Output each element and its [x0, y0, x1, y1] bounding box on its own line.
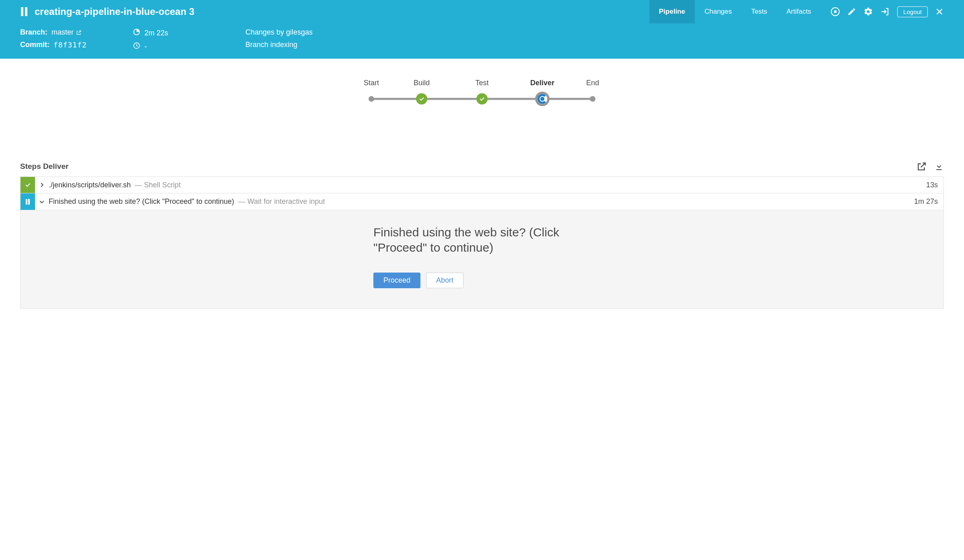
download-icon[interactable]: [934, 161, 944, 172]
node-success-icon: [476, 93, 488, 105]
stop-icon[interactable]: [830, 7, 840, 16]
exit-icon[interactable]: [880, 7, 890, 16]
stage-test[interactable]: Test: [452, 79, 512, 105]
step-body: Finished using the web site? (Click "Pro…: [20, 210, 944, 309]
step-command: Finished using the web site? (Click "Pro…: [49, 197, 234, 206]
duration-icon: [133, 28, 140, 38]
svg-rect-6: [26, 199, 27, 205]
page-title: creating-a-pipeline-in-blue-ocean 3: [35, 6, 194, 17]
stage-label: End: [586, 79, 599, 87]
title-wrap: creating-a-pipeline-in-blue-ocean 3: [20, 6, 649, 17]
step-status-success-icon: [21, 177, 35, 193]
svg-rect-1: [25, 7, 27, 16]
stage-label: Deliver: [530, 79, 554, 87]
step-status-paused-icon: [21, 193, 35, 210]
gear-icon[interactable]: [863, 7, 873, 16]
header-actions: Logout: [830, 6, 944, 17]
step-row[interactable]: Finished using the web site? (Click "Pro…: [20, 193, 944, 210]
header-top: creating-a-pipeline-in-blue-ocean 3 Pipe…: [0, 0, 964, 23]
stage-label: Test: [475, 79, 488, 87]
logout-button[interactable]: Logout: [897, 6, 928, 17]
svg-rect-0: [21, 7, 23, 16]
commit-value: f8f31f2: [54, 41, 87, 49]
svg-rect-7: [28, 199, 30, 205]
chevron-right-icon[interactable]: [35, 182, 49, 188]
tab-artifacts[interactable]: Artifacts: [777, 0, 821, 23]
stage-end[interactable]: End: [573, 79, 613, 105]
stage-start[interactable]: Start: [351, 79, 391, 105]
stage-build[interactable]: Build: [391, 79, 452, 105]
header-meta: Branch: master Commit: f8f31f2 2m 22s: [0, 23, 964, 59]
chevron-down-icon[interactable]: [35, 199, 49, 205]
steps-section: Steps Deliver ./jenkins/scripts/deliver.…: [0, 161, 964, 325]
close-icon[interactable]: [935, 7, 944, 16]
clock-icon: [133, 42, 140, 51]
cause: Branch indexing: [245, 41, 297, 49]
node-running-icon: [535, 92, 550, 106]
node-dot-icon: [590, 96, 595, 102]
changes-by: Changes by gilesgas: [245, 28, 313, 37]
duration-value: 2m 22s: [144, 29, 168, 37]
commit-label: Commit:: [20, 41, 49, 49]
svg-rect-3: [834, 10, 836, 13]
branch-value: master: [51, 28, 74, 37]
proceed-button[interactable]: Proceed: [373, 273, 420, 288]
pipeline: Start Build Test Deliver: [351, 79, 613, 105]
step-command: ./jenkins/scripts/deliver.sh: [49, 181, 131, 189]
pause-icon: [20, 7, 28, 16]
header: creating-a-pipeline-in-blue-ocean 3 Pipe…: [0, 0, 964, 59]
edit-icon[interactable]: [847, 7, 856, 16]
step-type: — Wait for interactive input: [238, 197, 325, 206]
tab-tests[interactable]: Tests: [742, 0, 777, 23]
stage-deliver[interactable]: Deliver: [512, 79, 573, 105]
tabs: Pipeline Changes Tests Artifacts: [649, 0, 821, 23]
abort-button[interactable]: Abort: [426, 273, 463, 288]
time-value: -: [144, 43, 147, 51]
stage-label: Start: [364, 79, 379, 87]
step-duration: 13s: [921, 181, 943, 189]
input-message: Finished using the web site? (Click "Pro…: [373, 225, 591, 255]
tab-pipeline[interactable]: Pipeline: [649, 0, 695, 23]
steps-heading: Steps Deliver: [20, 162, 68, 171]
step-row[interactable]: ./jenkins/scripts/deliver.sh — Shell Scr…: [20, 176, 944, 193]
open-external-icon[interactable]: [917, 161, 927, 172]
pipeline-area: Start Build Test Deliver: [0, 59, 964, 161]
tab-changes[interactable]: Changes: [695, 0, 742, 23]
step-duration: 1m 27s: [908, 197, 943, 206]
node-success-icon: [416, 93, 427, 105]
stage-label: Build: [414, 79, 430, 87]
branch-link[interactable]: master: [51, 28, 82, 37]
step-type: — Shell Script: [135, 181, 181, 189]
branch-label: Branch:: [20, 28, 47, 37]
node-dot-icon: [369, 96, 374, 102]
